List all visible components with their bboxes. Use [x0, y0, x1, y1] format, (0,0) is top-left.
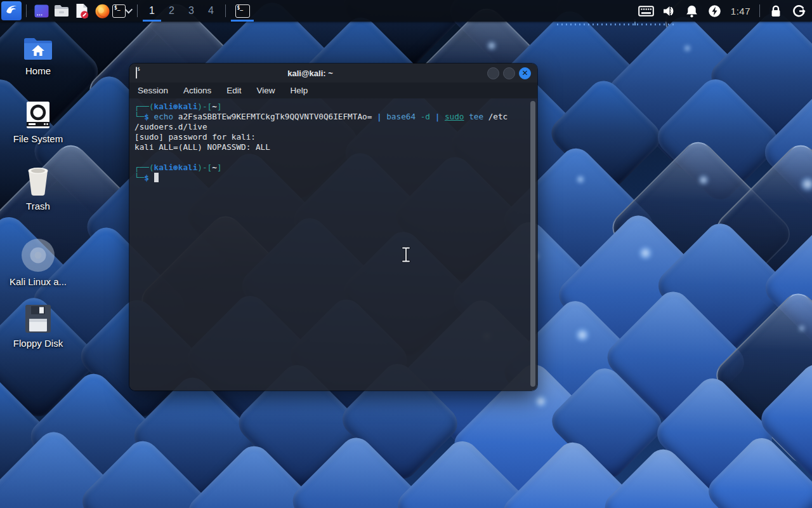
- minimize-button[interactable]: [487, 67, 499, 79]
- menu-actions[interactable]: Actions: [183, 86, 211, 95]
- terminal-segment: [416, 112, 421, 121]
- desktop-icon-label: Trash: [26, 201, 50, 211]
- kali-dragon-icon: [4, 3, 18, 19]
- window-app-icon: [34, 3, 49, 19]
- terminal-segment: ]: [217, 163, 222, 172]
- text-editor-launcher[interactable]: [72, 1, 92, 20]
- terminal-line: └─$: [134, 173, 525, 183]
- top-panel: 1234 1:47: [0, 0, 812, 22]
- terminal-segment: └─: [134, 173, 144, 182]
- terminal-segment: -d: [421, 112, 430, 121]
- terminal-segment: [440, 112, 445, 121]
- text-editor-icon: [74, 3, 89, 19]
- terminal-content[interactable]: ┌──(kali⊛kali)-[~]└─$ echo a2FsaSBBTEw9K…: [129, 98, 537, 391]
- firefox-launcher[interactable]: [92, 1, 112, 20]
- wallpaper-glow: [535, 395, 547, 407]
- terminal-icon: [112, 4, 126, 18]
- hard-drive-icon: [23, 100, 53, 130]
- terminal-menubar: Session Actions Edit View Help: [129, 83, 537, 98]
- terminal-segment: $: [144, 173, 149, 182]
- terminal-segment: ]: [217, 102, 222, 111]
- terminal-titlebar[interactable]: kali@kali: ~ ✕: [129, 64, 537, 83]
- menu-help[interactable]: Help: [291, 86, 308, 95]
- terminal-segment: [149, 173, 154, 182]
- terminal-segment: |: [377, 112, 382, 121]
- chevron-down-icon: [125, 6, 133, 13]
- log-out-icon: [792, 4, 806, 18]
- wallpaper-glow: [684, 45, 690, 51]
- log-out-button[interactable]: [790, 3, 807, 19]
- desktop-icon-home[interactable]: Home: [6, 35, 70, 76]
- wallpaper-glow: [577, 175, 585, 184]
- terminal-icon: [235, 4, 250, 18]
- terminal-segment: base64: [386, 112, 416, 121]
- wallpaper-glow: [487, 41, 496, 50]
- lock-screen-button[interactable]: [768, 3, 784, 19]
- terminal-segment: )-[: [197, 102, 212, 111]
- wallpaper-glow: [801, 177, 812, 191]
- notifications-tray-button[interactable]: [684, 3, 700, 19]
- volume-tray-button[interactable]: [661, 3, 678, 19]
- floppy-disk-icon: [23, 304, 53, 334]
- terminal-segment: kali ALL=(ALL) NOPASSWD: ALL: [134, 142, 270, 152]
- cd-disc-icon: [21, 238, 55, 272]
- terminal-text: ┌──(kali⊛kali)-[~]└─$ echo a2FsaSBBTEw9K…: [134, 102, 525, 183]
- desktop-icon-trash[interactable]: Trash: [6, 165, 70, 211]
- terminal-launcher[interactable]: [112, 1, 133, 20]
- terminal-line: ┌──(kali⊛kali)-[~]: [134, 163, 525, 173]
- desktop-icon-floppy-disk[interactable]: Floppy Disk: [6, 304, 70, 349]
- terminal-line: [sudo] password for kali:: [134, 132, 525, 142]
- workspace-button-4[interactable]: 4: [201, 0, 221, 22]
- terminal-segment: [sudo] password for kali:: [134, 132, 256, 142]
- terminal-line: kali ALL=(ALL) NOPASSWD: ALL: [134, 142, 525, 152]
- terminal-window: kali@kali: ~ ✕ Session Actions Edit View…: [129, 64, 537, 391]
- terminal-segment: ┌──(: [134, 102, 154, 111]
- desktop-icon-label: Floppy Disk: [13, 338, 63, 349]
- terminal-segment: [430, 112, 435, 121]
- clock[interactable]: 1:47: [731, 6, 750, 17]
- terminal-segment: echo: [154, 112, 174, 121]
- close-button[interactable]: ✕: [519, 67, 531, 79]
- maximize-button[interactable]: [503, 67, 515, 79]
- bell-icon: [686, 4, 698, 18]
- power-manager-tray-button[interactable]: [707, 3, 723, 19]
- terminal-cursor: [154, 173, 159, 182]
- keyboard-icon: [638, 6, 654, 17]
- terminal-line: ┌──(kali⊛kali)-[~]: [134, 102, 525, 112]
- taskbar-terminal-button[interactable]: [230, 0, 254, 22]
- home-folder-icon: [22, 35, 54, 62]
- terminal-line: └─$ echo a2FsaSBBTEw9KEFMTCkgTk9QQVNTV0Q…: [134, 112, 525, 122]
- workspace-button-1[interactable]: 1: [142, 0, 162, 22]
- mouse-ibeam-cursor: [401, 246, 411, 265]
- terminal-segment: tee: [469, 112, 483, 121]
- folder-icon: [53, 3, 70, 18]
- menu-session[interactable]: Session: [138, 86, 168, 95]
- wallpaper-glow: [575, 328, 589, 342]
- terminal-segment: ~: [212, 102, 217, 111]
- panel-separator: [137, 4, 138, 17]
- workspace-button-3[interactable]: 3: [181, 0, 201, 22]
- panel-separator: [26, 4, 27, 17]
- power-lightning-icon: [708, 4, 721, 18]
- terminal-segment: )-[: [197, 163, 212, 172]
- desktop-icon-kali-docs[interactable]: Kali Linux a...: [6, 238, 70, 287]
- kali-applications-menu-button[interactable]: [1, 1, 22, 20]
- lock-icon: [770, 4, 782, 18]
- scrollbar-thumb[interactable]: [530, 101, 535, 387]
- terminal-segment: [149, 112, 154, 121]
- terminal-segment: kali⊛kali: [154, 102, 198, 111]
- desktop-icon-label: Kali Linux a...: [10, 276, 67, 287]
- terminal-segment: a2FsaSBBTEw9KEFMTCkgTk9QQVNTV0Q6IEFMTAo=: [173, 112, 377, 121]
- workspace-button-2[interactable]: 2: [162, 0, 181, 22]
- firefox-icon: [95, 3, 110, 19]
- file-manager-launcher[interactable]: [51, 1, 72, 20]
- desktop-icon-file-system[interactable]: File System: [6, 100, 70, 144]
- menu-view[interactable]: View: [257, 86, 275, 95]
- desktop-icon-label: File System: [13, 133, 63, 144]
- menu-edit[interactable]: Edit: [226, 86, 241, 95]
- keyboard-layout-tray-button[interactable]: [638, 3, 655, 19]
- terminal-segment: kali⊛kali: [154, 163, 198, 172]
- desktop-icon-label: Home: [25, 65, 51, 76]
- window-app-launcher[interactable]: [31, 1, 51, 20]
- terminal-line: [134, 152, 525, 163]
